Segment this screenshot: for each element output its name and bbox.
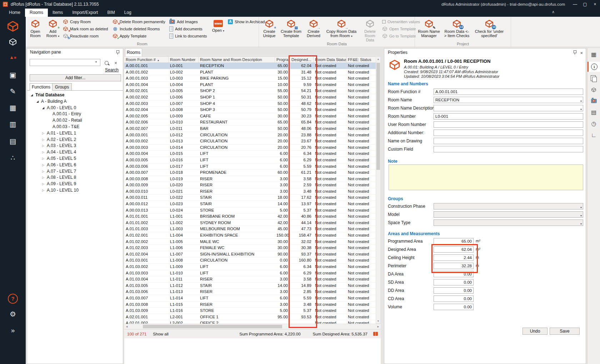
combo-chevron-icon[interactable]: ▾ [580, 221, 582, 226]
tab-rooms[interactable]: Rooms [125, 48, 142, 56]
systems-module-icon[interactable]: ∴ [0, 154, 26, 162]
note-textarea[interactable] [389, 165, 583, 190]
room-list-module-icon[interactable] [0, 37, 26, 47]
field-combobox[interactable]: ▾ [434, 211, 583, 218]
tree-expander-icon[interactable] [36, 98, 41, 105]
table-row[interactable]: A.01.02.001 L1-004 EXHIBITION SPACE 150.… [124, 232, 376, 239]
items-module-icon[interactable]: ▲■ [0, 55, 26, 60]
table-row[interactable]: A.00.02.003 L0-007 SHOP 4 50.00 48.62 No… [124, 101, 376, 107]
menu-item[interactable]: Rooms [25, 9, 48, 17]
table-row[interactable]: A.00.03.001 L0-012 CIRCULATION 20.00 23.… [124, 132, 376, 138]
column-room-number[interactable]: Room Number [169, 57, 199, 62]
field-input[interactable]: ▾ [434, 138, 583, 144]
table-row[interactable]: A.00.03.006 L0-017 LIFT 6.00 5.59 Not cr… [124, 163, 376, 170]
create-unique-button[interactable]: + Create Unique [261, 18, 278, 38]
add-documents-button[interactable]: Add documents [169, 25, 209, 32]
table-row[interactable]: A.00.03.013 L0-024 STORE 5.00 5.37 Not c… [124, 207, 376, 214]
www-open-button[interactable]: www Open ▾ [211, 18, 225, 33]
apply-template-button[interactable]: ✓Apply Template [112, 32, 167, 39]
table-row[interactable]: A.00.01.001 L0-001 RECEPTION 65.00 62.04… [124, 63, 376, 69]
tree-expander-icon[interactable] [42, 175, 47, 181]
vertical-scrollbar[interactable]: ▲ ▼ [376, 56, 381, 324]
tree-item[interactable]: A.02 - LEVEL 2 [27, 137, 123, 143]
pin-icon[interactable] [573, 50, 576, 56]
copy-room-button[interactable]: Copy Room [63, 18, 110, 25]
tree-expander-icon[interactable] [42, 137, 47, 143]
navigation-search-input[interactable] [30, 59, 100, 66]
table-row[interactable]: A.00.03.009 L0-020 RISER 3.00 2.59 Not c… [124, 182, 376, 188]
measurement-input[interactable]: 0.00 [434, 295, 474, 302]
reactivate-room-button[interactable]: ↻Reactivate room [63, 32, 110, 39]
table-row[interactable]: A.00.01.004 L0-004 PLANT 10.00 9.59 Not … [124, 82, 376, 88]
tree-item[interactable]: A.08 - LEVEL 8 [27, 175, 123, 181]
field-combobox[interactable]: ▾ [434, 203, 583, 209]
show-all-button[interactable]: Show all [153, 332, 168, 336]
table-row[interactable]: A.00.03.008 L0-019 RISER 3.00 3.58 Not c… [124, 176, 376, 182]
tab-groups[interactable]: Groups [52, 83, 72, 91]
table-row[interactable]: A.00.02.004 L0-008 SHOP 3 50.00 50.79 No… [124, 107, 376, 113]
checklist-module-icon[interactable]: ✎ [0, 87, 26, 95]
create-from-template-button[interactable]: ▤ Create from Template [280, 18, 302, 38]
horizontal-scrollbar[interactable]: ◄ ► [124, 324, 381, 329]
field-input[interactable]: RECEPTION ▾ [434, 97, 583, 103]
create-derived-button[interactable]: → Create Derived [305, 18, 322, 38]
field-input[interactable]: ▾ [434, 105, 583, 111]
table-row[interactable]: A.00.02.006 L0-010 RESTAURANT 65.00 65.8… [124, 119, 376, 126]
undo-button[interactable]: Undo [522, 328, 548, 335]
search-dropdown-chevron-icon[interactable]: ▾ [95, 60, 97, 64]
measurement-input[interactable]: 0.00 [434, 279, 474, 285]
tree-item[interactable]: A.03 - LEVEL 3 [27, 143, 123, 149]
table-row[interactable]: A.00.03.005 L0-016 LIFT 6.00 6.29 Not cr… [124, 157, 376, 163]
table-row[interactable]: A.01.03.001 L1-008 CIRCULATION 0.00 160.… [124, 257, 376, 264]
tree-expander-icon[interactable] [31, 92, 35, 98]
scroll-left-icon[interactable]: ◄ [125, 325, 128, 328]
info-tab-icon[interactable]: i [588, 62, 600, 72]
field-input[interactable]: ▾ [434, 121, 583, 128]
reports-module-icon[interactable]: ▦ [0, 104, 26, 112]
collapse-ribbon-icon[interactable]: ∧ [552, 10, 555, 14]
table-row[interactable]: A.00.01.003 L0-003 BIKE PARKING 15.00 15… [124, 75, 376, 82]
table-row[interactable]: A.02.01.002 L2-002 OFFICE 2 Not created … [124, 320, 376, 324]
table-row[interactable]: A.00.01.002 L0-002 PLANT 30.00 31.48 Not… [124, 69, 376, 76]
room-name-manager-button[interactable]: ✎ Room Name Manager [417, 18, 441, 38]
documents-module-icon[interactable]: ▤ [0, 137, 26, 145]
scroll-right-icon[interactable]: ► [377, 325, 380, 328]
tree-item[interactable]: A.00 - LEVEL 0 [27, 105, 123, 111]
table-row[interactable]: A.01.03.003 L1-010 LIFT 6.00 6.29 Not cr… [124, 270, 376, 277]
table-row[interactable]: A.00.02.007 L0-011 BAR 50.00 48.06 Not c… [124, 126, 376, 132]
table-row[interactable]: A.00.02.002 L0-006 SHOP 1 50.00 50.31 No… [124, 94, 376, 101]
rooms-module-icon[interactable] [0, 20, 26, 34]
column-room-name[interactable]: Room Name and Room Description [199, 57, 275, 62]
maximize-button[interactable]: ▢ [580, 0, 590, 9]
column-room-function[interactable]: Room Function #▲ [124, 57, 169, 62]
packages-module-icon[interactable]: ▥ [0, 120, 26, 128]
measurement-input[interactable]: 65.00 [434, 238, 474, 244]
table-row[interactable]: A.01.01.002 L1-002 SYDNEY ROOM 42.00 44.… [124, 220, 376, 226]
table-row[interactable]: A.00.03.012 L0-023 STAIR 14.00 13.97 Not… [124, 201, 376, 207]
tree-item[interactable]: A.10 - LEVEL 10 [27, 187, 123, 194]
table-row[interactable]: A.01.03.002 L1-009 LIFT 6.00 6.34 Not cr… [124, 264, 376, 270]
field-input[interactable]: A.00.01.001 ▾ [434, 89, 583, 95]
table-row[interactable]: A.00.03.011 L0-022 STAIR 18.00 17.62 Not… [124, 194, 376, 201]
field-input[interactable]: L0-001 ▾ [434, 113, 583, 120]
tree-expander-icon[interactable] [42, 187, 47, 194]
open-room-button[interactable]: Open Room [28, 18, 43, 38]
check-under-specified-button[interactable]: 13 Check for 'underspecified' [473, 18, 506, 38]
tree-item[interactable]: A.05 - LEVEL 5 [27, 156, 123, 162]
table-row[interactable]: A.00.02.005 L0-009 CAFE 30.00 30.23 Not … [124, 113, 376, 120]
save-button[interactable]: Save [550, 328, 580, 335]
menu-item[interactable]: Home [4, 9, 25, 17]
tree-expander-icon[interactable] [42, 181, 47, 187]
combo-chevron-icon[interactable]: ▾ [580, 107, 582, 111]
delete-room-permanently-button[interactable]: ×Delete Room permanently [112, 18, 167, 25]
close-button[interactable]: × [590, 0, 600, 9]
add-room-button[interactable]: + Add Room ▾ [45, 18, 60, 39]
tab-functions[interactable]: Functions [30, 83, 52, 91]
measurement-input[interactable]: 0.00 [434, 287, 474, 294]
menu-item[interactable]: Log [120, 9, 136, 17]
measurement-input[interactable]: 62.04 [434, 246, 474, 253]
log-tab-icon[interactable]: ▤ [588, 107, 600, 117]
table-row[interactable]: A.01.02.002 L1-005 MALE WC 30.00 32.02 N… [124, 239, 376, 245]
tree-expander-icon[interactable] [42, 143, 47, 149]
settings-gear-icon[interactable]: ⚙ [0, 310, 26, 318]
